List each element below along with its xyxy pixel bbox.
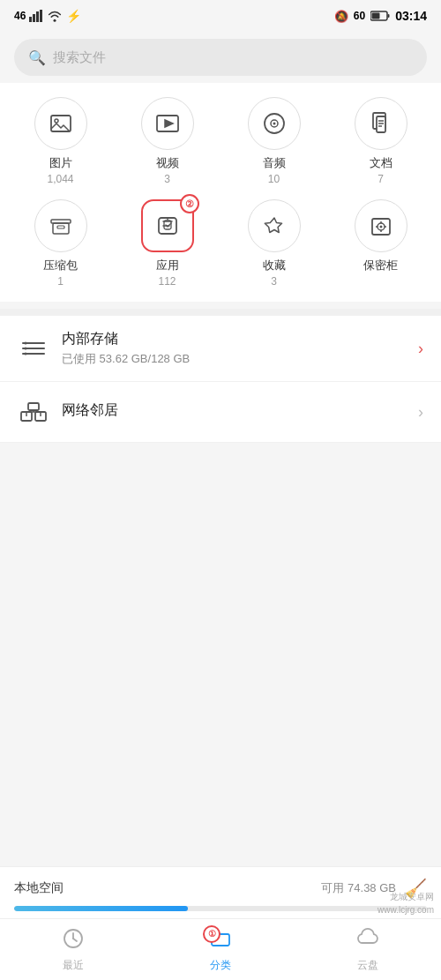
safe-svg-icon xyxy=(369,213,393,238)
images-label: 图片 xyxy=(49,155,72,171)
svg-rect-39 xyxy=(28,403,39,410)
favorites-icon-wrap xyxy=(248,199,301,252)
internal-storage-name: 内部存储 xyxy=(62,330,418,348)
storage-progress-bar xyxy=(14,906,427,911)
images-count: 1,044 xyxy=(47,173,73,185)
video-svg-icon xyxy=(155,111,180,136)
cloud-label: 云盘 xyxy=(357,958,378,973)
network-storage-name: 网络邻居 xyxy=(62,401,418,420)
svg-rect-6 xyxy=(372,13,380,19)
internal-storage-detail: 已使用 53.62 GB/128 GB xyxy=(62,351,418,367)
svg-point-8 xyxy=(55,119,58,123)
audio-count: 10 xyxy=(268,173,280,185)
bottom-storage-panel: 本地空间 可用 74.38 GB 🧹 xyxy=(0,866,441,918)
internal-chevron-icon: › xyxy=(418,340,423,358)
docs-count: 7 xyxy=(377,173,384,185)
svg-rect-0 xyxy=(29,17,32,22)
video-icon-wrap xyxy=(141,97,194,150)
svg-point-35 xyxy=(25,348,27,350)
archive-count: 1 xyxy=(57,275,64,288)
internal-storage-item[interactable]: 内部存储 已使用 53.62 GB/128 GB › xyxy=(0,316,441,382)
nav-recent[interactable]: 最近 xyxy=(0,920,147,980)
signal-icon: 46 xyxy=(14,10,26,22)
signal-bars-icon xyxy=(29,10,43,22)
search-icon: 🔍 xyxy=(28,49,46,66)
bell-icon: 🔕 xyxy=(334,10,348,23)
search-placeholder: 搜索文件 xyxy=(53,49,106,66)
bottom-storage-title: 本地空间 xyxy=(14,880,64,896)
network-storage-icon-wrap xyxy=(18,396,49,428)
internal-storage-info: 内部存储 已使用 53.62 GB/128 GB xyxy=(62,330,418,367)
category-apps[interactable]: ② 应用 112 xyxy=(114,199,220,288)
favorites-svg-icon xyxy=(262,213,287,238)
safe-label: 保密柜 xyxy=(363,258,398,273)
storage-section: 内部存储 已使用 53.62 GB/128 GB › 网络邻居 › xyxy=(0,316,441,443)
bottom-nav: 最近 分类 ① 云盘 xyxy=(0,918,441,980)
bottom-storage-header: 本地空间 可用 74.38 GB 🧹 xyxy=(14,878,427,899)
category-archive[interactable]: 压缩包 1 xyxy=(7,199,114,288)
archive-svg-icon xyxy=(48,213,74,239)
category-audio[interactable]: 音频 10 xyxy=(220,97,327,185)
svg-line-46 xyxy=(73,939,77,941)
network-storage-info: 网络邻居 xyxy=(62,401,418,423)
watermark-line2: www.lcjrg.com xyxy=(377,903,434,916)
audio-icon-wrap xyxy=(248,97,301,150)
status-bar: 46 ⚡ 🔕 60 03:14 xyxy=(0,0,441,32)
watermark: 龙城安卓网 www.lcjrg.com xyxy=(377,890,434,916)
network-storage-icon xyxy=(19,400,48,424)
time: 03:14 xyxy=(395,9,427,23)
search-bar[interactable]: 🔍 搜索文件 xyxy=(14,39,427,76)
svg-rect-1 xyxy=(33,14,35,22)
svg-rect-21 xyxy=(57,226,64,228)
svg-point-26 xyxy=(379,226,382,228)
svg-point-36 xyxy=(25,353,27,355)
audio-label: 音频 xyxy=(263,155,286,171)
favorites-count: 3 xyxy=(271,275,277,288)
category-images[interactable]: 图片 1,044 xyxy=(7,97,114,185)
category-favorites[interactable]: 收藏 3 xyxy=(220,199,327,288)
category-safe[interactable]: 保密柜 xyxy=(327,199,434,288)
apps-icon-wrap: ② xyxy=(141,199,194,252)
category-docs[interactable]: 文档 7 xyxy=(327,97,434,185)
internal-storage-icon-wrap xyxy=(18,333,49,364)
recent-icon xyxy=(62,927,85,955)
nav-cloud[interactable]: 云盘 xyxy=(294,920,441,980)
docs-svg-icon xyxy=(369,111,393,136)
safe-count xyxy=(379,275,382,288)
category-video[interactable]: 视频 3 xyxy=(114,97,220,185)
apps-badge: ② xyxy=(180,194,199,213)
network-storage-item[interactable]: 网络邻居 › xyxy=(0,382,441,443)
docs-label: 文档 xyxy=(370,155,392,171)
category-nav-label: 分类 xyxy=(210,958,231,973)
images-icon-wrap xyxy=(34,97,87,150)
battery-level: 60 xyxy=(354,10,365,22)
archive-label: 压缩包 xyxy=(43,258,78,273)
recent-label: 最近 xyxy=(63,958,84,973)
divider xyxy=(0,309,441,316)
nav-category[interactable]: 分类 ① xyxy=(147,920,295,980)
favorites-label: 收藏 xyxy=(263,258,286,273)
safe-icon-wrap xyxy=(355,199,407,252)
storage-progress-fill xyxy=(14,906,188,911)
audio-svg-icon xyxy=(262,111,287,136)
extra-icon: ⚡ xyxy=(66,9,81,23)
svg-point-13 xyxy=(273,123,275,125)
apps-label: 应用 xyxy=(156,258,179,273)
category-nav-badge: ① xyxy=(203,925,220,943)
internal-storage-icon xyxy=(19,336,48,361)
archive-icon-wrap xyxy=(34,199,87,252)
video-label: 视频 xyxy=(156,155,179,171)
watermark-line1: 龙城安卓网 xyxy=(377,890,434,903)
video-count: 3 xyxy=(164,173,170,185)
svg-rect-3 xyxy=(40,10,42,22)
docs-icon-wrap xyxy=(355,97,407,150)
network-chevron-icon: › xyxy=(418,403,423,422)
apps-count: 112 xyxy=(158,275,176,288)
images-svg-icon xyxy=(49,111,73,136)
svg-rect-2 xyxy=(36,11,39,22)
svg-point-34 xyxy=(25,342,27,345)
apps-svg-icon xyxy=(154,213,181,239)
svg-marker-10 xyxy=(165,120,173,127)
wifi-icon xyxy=(47,10,63,22)
svg-rect-5 xyxy=(388,14,390,18)
